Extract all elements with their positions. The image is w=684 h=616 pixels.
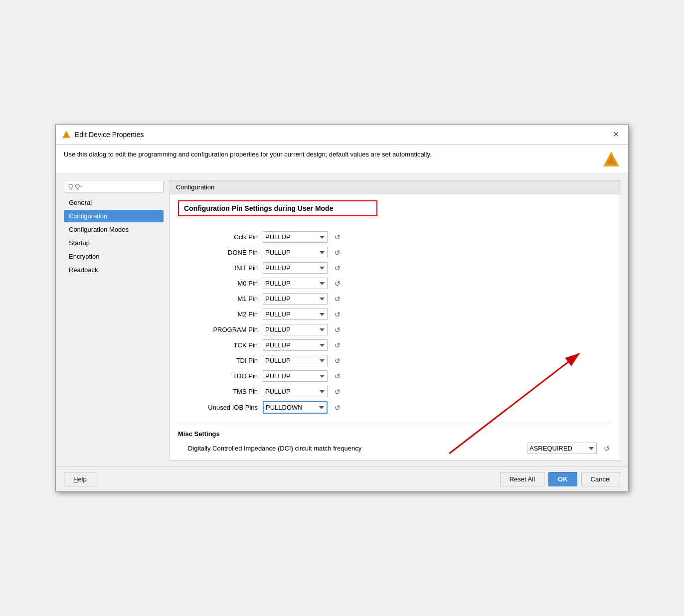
- reset-all-button[interactable]: Reset All: [500, 472, 544, 486]
- table-row: M1 Pin PULLUPPULLDOWNFLOAT ↺: [188, 293, 612, 305]
- misc-row: Digitally Controlled Impedance (DCI) cir…: [178, 443, 612, 454]
- pin-select-m0[interactable]: PULLUPPULLDOWNFLOAT: [263, 278, 328, 289]
- panel-content: Configuration Pin Settings during User M…: [170, 194, 620, 460]
- close-button[interactable]: ✕: [610, 129, 622, 140]
- reset-m1-button[interactable]: ↺: [333, 294, 342, 304]
- info-text: Use this dialog to edit the programming …: [64, 151, 597, 158]
- pin-settings-grid: Cclk Pin PULLUPPULLDOWNFLOAT ↺ DONE Pin …: [178, 231, 612, 414]
- sidebar-item-configuration-modes[interactable]: Configuration Modes: [64, 223, 164, 236]
- pin-label-m2: M2 Pin: [188, 310, 258, 318]
- search-input[interactable]: [75, 182, 159, 190]
- reset-tdi-button[interactable]: ↺: [333, 356, 342, 366]
- pin-label-tms: TMS Pin: [188, 388, 258, 395]
- table-row: TMS Pin PULLUPPULLDOWNFLOAT ↺: [188, 386, 612, 397]
- sidebar-item-encryption[interactable]: Encryption: [64, 250, 164, 263]
- sidebar-item-configuration-modes-label: Configuration Modes: [69, 226, 129, 233]
- title-bar: Edit Device Properties ✕: [56, 125, 628, 145]
- reset-tck-button[interactable]: ↺: [333, 340, 342, 350]
- help-label: Help: [73, 475, 87, 483]
- dialog-info: Use this dialog to edit the programming …: [56, 145, 628, 174]
- section-title: Configuration Pin Settings during User M…: [178, 200, 377, 216]
- brand-logo-icon: [602, 151, 620, 168]
- pin-label-program: PROGRAM Pin: [188, 326, 258, 333]
- misc-section-title: Misc Settings: [178, 428, 612, 438]
- pin-label-m1: M1 Pin: [188, 295, 258, 303]
- search-box[interactable]: Q: [64, 180, 164, 192]
- sidebar-item-readback-label: Readback: [69, 266, 98, 274]
- footer-right-buttons: Reset All OK Cancel: [500, 472, 620, 486]
- sidebar-item-encryption-label: Encryption: [69, 253, 99, 260]
- pin-label-m0: M0 Pin: [188, 280, 258, 287]
- pin-label-tdi: TDI Pin: [188, 357, 258, 364]
- pin-label-init: INIT Pin: [188, 264, 258, 272]
- sidebar: Q General Configuration Configuration Mo…: [64, 180, 164, 461]
- pin-label-tdo: TDO Pin: [188, 372, 258, 380]
- pin-select-tdi[interactable]: PULLUPPULLDOWNFLOAT: [263, 355, 328, 366]
- reset-m2-button[interactable]: ↺: [333, 309, 342, 319]
- dialog-body: Q General Configuration Configuration Mo…: [56, 174, 628, 466]
- reset-tms-button[interactable]: ↺: [333, 387, 342, 397]
- pin-select-m2[interactable]: PULLUPPULLDOWNFLOAT: [263, 308, 328, 320]
- pin-label-cclk: Cclk Pin: [188, 233, 258, 241]
- pin-select-tms[interactable]: PULLUPPULLDOWNFLOAT: [263, 386, 328, 397]
- table-row: M0 Pin PULLUPPULLDOWNFLOAT ↺: [188, 278, 612, 289]
- sidebar-item-configuration[interactable]: Configuration: [64, 210, 164, 222]
- reset-m0-button[interactable]: ↺: [333, 279, 342, 289]
- table-row: TDI Pin PULLUPPULLDOWNFLOAT ↺: [188, 355, 612, 366]
- sidebar-item-readback[interactable]: Readback: [64, 264, 164, 276]
- reset-init-button[interactable]: ↺: [333, 263, 342, 273]
- reset-dci-button[interactable]: ↺: [602, 444, 612, 454]
- pin-select-unused-iob[interactable]: PULLUPPULLDOWNFLOAT: [263, 401, 328, 414]
- section-divider: [178, 423, 612, 423]
- misc-settings-section: Misc Settings Digitally Controlled Imped…: [178, 423, 612, 454]
- table-row: TCK Pin PULLUPPULLDOWNFLOAT ↺: [188, 339, 612, 351]
- search-icon: Q: [68, 183, 73, 190]
- edit-device-properties-dialog: Edit Device Properties ✕ Use this dialog…: [55, 124, 629, 492]
- reset-done-button[interactable]: ↺: [333, 248, 342, 258]
- pin-select-m1[interactable]: PULLUPPULLDOWNFLOAT: [263, 293, 328, 305]
- pin-select-cclk[interactable]: PULLUPPULLDOWNFLOAT: [263, 231, 328, 243]
- pin-select-done[interactable]: PULLUPPULLDOWNFLOAT: [263, 247, 328, 258]
- sidebar-item-startup-label: Startup: [69, 239, 90, 247]
- dialog-footer: Help Reset All OK Cancel: [56, 466, 628, 491]
- pin-label-tck: TCK Pin: [188, 341, 258, 349]
- title-bar-left: Edit Device Properties: [62, 130, 144, 139]
- misc-dci-label: Digitally Controlled Impedance (DCI) cir…: [188, 445, 522, 452]
- reset-cclk-button[interactable]: ↺: [333, 232, 342, 242]
- help-button[interactable]: Help: [64, 472, 96, 486]
- misc-dci-select[interactable]: ASREQUIREDCONTINUOUSQUIET: [527, 443, 597, 454]
- app-logo-icon: [62, 130, 71, 139]
- sidebar-item-startup[interactable]: Startup: [64, 237, 164, 249]
- main-panel: Configuration Configuration Pin Settings…: [170, 180, 620, 461]
- ok-button[interactable]: OK: [548, 472, 577, 486]
- cancel-button[interactable]: Cancel: [581, 472, 620, 486]
- pin-label-unused-iob: Unused IOB Pins: [188, 404, 258, 411]
- table-row: TDO Pin PULLUPPULLDOWNFLOAT ↺: [188, 370, 612, 382]
- pin-select-init[interactable]: PULLUPPULLDOWNFLOAT: [263, 262, 328, 274]
- pin-label-done: DONE Pin: [188, 249, 258, 256]
- sidebar-item-general-label: General: [69, 199, 92, 206]
- reset-unused-iob-button[interactable]: ↺: [333, 403, 342, 413]
- sidebar-item-configuration-label: Configuration: [69, 212, 107, 220]
- panel-header: Configuration: [170, 180, 620, 194]
- table-row: Unused IOB Pins PULLUPPULLDOWNFLOAT ↺: [188, 401, 612, 414]
- reset-program-button[interactable]: ↺: [333, 325, 342, 335]
- dialog-title: Edit Device Properties: [75, 131, 144, 139]
- reset-tdo-button[interactable]: ↺: [333, 371, 342, 381]
- table-row: PROGRAM Pin PULLUPPULLDOWNFLOAT ↺: [188, 324, 612, 335]
- pin-select-tck[interactable]: PULLUPPULLDOWNFLOAT: [263, 339, 328, 351]
- pin-select-tdo[interactable]: PULLUPPULLDOWNFLOAT: [263, 370, 328, 382]
- sidebar-item-general[interactable]: General: [64, 196, 164, 209]
- table-row: M2 Pin PULLUPPULLDOWNFLOAT ↺: [188, 308, 612, 320]
- table-row: INIT Pin PULLUPPULLDOWNFLOAT ↺: [188, 262, 612, 274]
- pin-select-program[interactable]: PULLUPPULLDOWNFLOAT: [263, 324, 328, 335]
- table-row: DONE Pin PULLUPPULLDOWNFLOAT ↺: [188, 247, 612, 258]
- table-row: Cclk Pin PULLUPPULLDOWNFLOAT ↺: [188, 231, 612, 243]
